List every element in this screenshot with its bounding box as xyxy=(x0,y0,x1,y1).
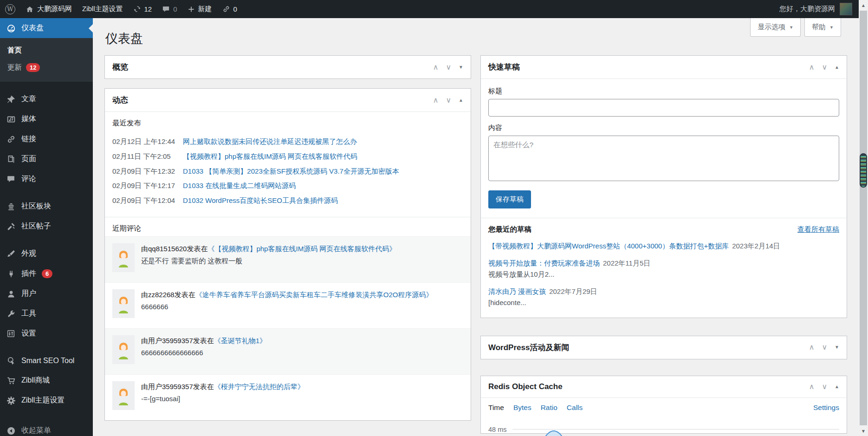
plus-icon xyxy=(188,6,195,13)
comment-author: 由用户35959357发表在 xyxy=(141,383,214,390)
move-down-icon[interactable]: ∨ xyxy=(446,64,451,71)
move-down-icon[interactable]: ∨ xyxy=(822,344,827,351)
toggle-panel-icon[interactable]: ▲ xyxy=(835,384,839,389)
plugins-count-badge: 6 xyxy=(42,269,52,278)
comment-post-link[interactable]: 《桜井宁宁无法抗拒的后辈》 xyxy=(214,383,304,390)
comment-body: 6666666 xyxy=(141,301,433,312)
new-content-menu[interactable]: 新建 xyxy=(182,0,217,18)
gavel-icon xyxy=(6,222,16,231)
draft-content-textarea[interactable] xyxy=(488,136,839,181)
comments-menu[interactable]: 0 xyxy=(157,0,182,18)
redis-tab-ratio[interactable]: Ratio xyxy=(541,403,557,412)
move-up-icon[interactable]: ∧ xyxy=(809,344,815,351)
move-down-icon[interactable]: ∨ xyxy=(822,383,827,390)
move-down-icon[interactable]: ∨ xyxy=(446,97,451,104)
sidebar-item-tools[interactable]: 工具 xyxy=(0,304,93,324)
account-menu[interactable]: 您好，大鹏资源网 xyxy=(773,0,859,18)
scrollbar-track[interactable] xyxy=(860,11,867,425)
sidebar-item-users[interactable]: 用户 xyxy=(0,284,93,304)
toggle-panel-icon[interactable]: ▲ xyxy=(835,65,839,70)
board-layers-icon xyxy=(6,202,16,211)
submenu-item-home[interactable]: 首页 xyxy=(0,42,93,59)
draft-title-input[interactable] xyxy=(488,99,839,117)
view-all-drafts-link[interactable]: 查看所有草稿 xyxy=(797,225,839,234)
wp-logo-menu[interactable]: W xyxy=(0,0,20,18)
sidebar-item-plugins[interactable]: 插件 6 xyxy=(0,264,93,284)
quick-draft-panel: 快速草稿 ∧ ∨ ▲ 标题 内容 保存草稿 xyxy=(480,55,847,318)
updates-menu[interactable]: 12 xyxy=(128,0,157,18)
move-up-icon[interactable]: ∧ xyxy=(433,97,439,104)
sidebar-item-comments[interactable]: 评论 xyxy=(0,169,93,189)
help-button[interactable]: 帮助 ▼ xyxy=(804,18,841,37)
move-up-icon[interactable]: ∧ xyxy=(433,64,439,71)
zibll-settings-label: Zibll主题设置 xyxy=(82,5,123,13)
recent-comments-heading: 近期评论 xyxy=(105,217,471,236)
comment-post-link[interactable]: 《【视频教程】php客服在线IM源码 网页在线客服软件代码》 xyxy=(207,245,396,253)
toggle-panel-icon[interactable]: ▼ xyxy=(459,65,463,70)
toggle-panel-icon[interactable]: ▼ xyxy=(835,345,839,350)
sidebar-item-appearance[interactable]: 外观 xyxy=(0,244,93,264)
right-column: 快速草稿 ∧ ∨ ▲ 标题 内容 保存草稿 xyxy=(480,55,847,436)
post-row: 02月09日 下午12:17 D1033 在线批量生成二维码网站源码 xyxy=(112,181,463,191)
post-link[interactable]: D1032 WordPress百度站长SEO工具合集插件源码 xyxy=(183,195,338,206)
updates-count-badge: 12 xyxy=(26,63,40,72)
commenter-avatar xyxy=(112,243,135,272)
post-link[interactable]: D1033 【简单亲测】2023全新SF授权系统源码 V3.7全开源无加密版本 xyxy=(183,166,399,176)
scrollbar-thumb[interactable] xyxy=(860,153,867,188)
sidebar-item-zibll-shop[interactable]: Zibll商城 xyxy=(0,371,93,390)
sidebar-item-label: 仪表盘 xyxy=(21,23,44,33)
sidebar-item-community-boards[interactable]: 社区板块 xyxy=(0,196,93,216)
post-link[interactable]: 网上赌取款说数据未回传还说注单延迟违规被黑了怎么办 xyxy=(183,137,357,147)
sidebar-item-smart-seo-tool[interactable]: Smart SEO Tool xyxy=(0,351,93,371)
sidebar-item-media[interactable]: 媒体 xyxy=(0,109,93,129)
post-row: 02月11日 下午2:05 【视频教程】php客服在线IM源码 网页在线客服软件… xyxy=(112,151,463,162)
panel-title: WordPress活动及新闻 xyxy=(488,342,569,353)
comment-post-link[interactable]: 《圣诞节礼物1》 xyxy=(214,337,266,345)
chain-link-icon xyxy=(6,135,16,144)
screen-options-button[interactable]: 显示选项 ▼ xyxy=(750,18,801,37)
redis-object-cache-panel: Redis Object Cache ∧ ∨ ▲ Time Bytes Rati… xyxy=(480,376,847,434)
sidebar-item-community-posts[interactable]: 社区帖子 xyxy=(0,216,93,236)
draft-link[interactable]: 【带视频教程】大鹏源码网WordPress整站（4000+3000）条数据打包+… xyxy=(488,242,729,250)
move-up-icon[interactable]: ∧ xyxy=(809,383,815,390)
sidebar-item-posts[interactable]: 文章 xyxy=(0,89,93,109)
save-draft-button[interactable]: 保存草稿 xyxy=(488,190,531,208)
collapse-arrow-icon xyxy=(6,426,16,436)
draft-link[interactable]: 清水由乃 漫画女孩 xyxy=(488,287,546,295)
comment-body: 还是不行 需要监听的 这教程一般 xyxy=(141,255,396,267)
recent-drafts-section: 您最近的草稿 查看所有草稿 【带视频教程】大鹏源码网WordPress整站（40… xyxy=(481,218,847,318)
sidebar-item-zibll-theme-settings[interactable]: Zibll主题设置 xyxy=(0,390,93,410)
collapse-menu-button[interactable]: 收起菜单 xyxy=(0,421,93,436)
links-menu[interactable]: 0 xyxy=(217,0,242,18)
recent-drafts-heading: 您最近的草稿 xyxy=(488,225,531,234)
sidebar-item-dashboard[interactable]: 仪表盘 xyxy=(0,18,93,38)
draft-link[interactable]: 视频号开始放量：付费玩家准备进场 xyxy=(488,259,600,267)
toggle-panel-icon[interactable]: ▲ xyxy=(459,98,463,103)
sidebar-item-pages[interactable]: 页面 xyxy=(0,149,93,169)
move-up-icon[interactable]: ∧ xyxy=(809,64,815,71)
comment-body: 6666666666666666 xyxy=(141,347,266,358)
draft-snippet: [hideconte... xyxy=(488,298,839,308)
post-link[interactable]: 【视频教程】php客服在线IM源码 网页在线客服软件代码 xyxy=(183,151,357,162)
redis-tab-calls[interactable]: Calls xyxy=(567,403,583,412)
draft-date: 2023年2月14日 xyxy=(732,242,780,250)
sidebar-item-settings[interactable]: 设置 xyxy=(0,324,93,344)
draft-snippet: 视频号放量从10月2... xyxy=(488,269,839,280)
redis-tab-time[interactable]: Time xyxy=(488,403,504,412)
commenter-avatar xyxy=(112,335,135,364)
scroll-up-arrow-icon[interactable]: ▲ xyxy=(859,0,868,10)
comment-row: 由用户35959357发表在《桜井宁宁无法抗拒的后辈》 -=-[g=tuosai… xyxy=(105,374,471,420)
submenu-item-updates[interactable]: 更新 12 xyxy=(0,59,93,76)
zibll-settings-menu[interactable]: Zibll主题设置 xyxy=(77,0,128,18)
redis-settings-link[interactable]: Settings xyxy=(813,403,839,412)
scroll-down-arrow-icon[interactable]: ▼ xyxy=(859,426,868,436)
sidebar-item-links[interactable]: 链接 xyxy=(0,129,93,149)
post-link[interactable]: D1033 在线批量生成二维码网站源码 xyxy=(183,181,296,191)
user-icon xyxy=(6,289,16,299)
move-down-icon[interactable]: ∨ xyxy=(822,64,827,71)
redis-tab-bytes[interactable]: Bytes xyxy=(513,403,531,412)
site-name-menu[interactable]: 大鹏源码网 xyxy=(20,0,77,18)
comment-row: 由zz82268发表在《途牛养车省养车平台源码买卖新车租车二手车维修装潢共享O2… xyxy=(105,282,471,328)
comment-post-link[interactable]: 《途牛养车省养车平台源码买卖新车租车二手车维修装潢共享O2O程序源码》 xyxy=(195,291,433,299)
redis-latency-chart: 48 ms xyxy=(488,426,839,433)
